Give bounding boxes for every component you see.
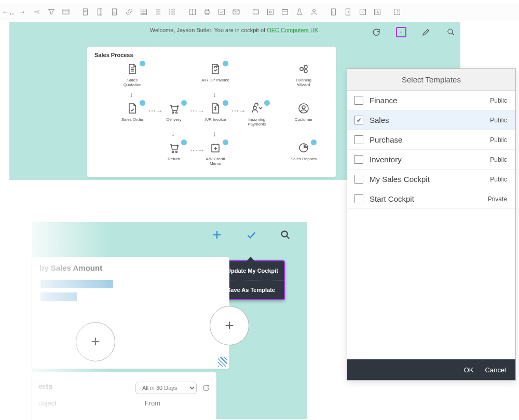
node-ar-invoice[interactable]: A/R Invoice	[198, 102, 233, 122]
alerts-card: erts All in 30 Days ubject From	[32, 372, 216, 420]
template-checkbox[interactable]	[354, 175, 363, 184]
flask-icon[interactable]	[294, 6, 305, 18]
sales-process-grid: Sales Quotation ↓ A/R DP Invoice ↓ Dunni…	[94, 61, 329, 170]
help-icon[interactable]	[391, 6, 403, 18]
node-incoming-payments[interactable]: Incoming Payments	[240, 102, 274, 127]
dialog-title: Select Templates	[347, 69, 515, 91]
ok-button[interactable]: OK	[464, 366, 474, 374]
import-icon[interactable]	[343, 6, 354, 18]
alerts-title: erts	[38, 382, 53, 390]
node-label: A/R Credit Memo	[198, 157, 233, 166]
resize-handle-icon[interactable]	[218, 357, 227, 367]
template-row[interactable]: My Sales CockpitPublic	[347, 170, 515, 189]
add-widget-button[interactable]: +	[210, 306, 249, 345]
template-name: Sales	[370, 116, 389, 124]
sales-amount-card: by Sales Amount + +	[32, 257, 229, 369]
template-row[interactable]: Start CockpitPrivate	[347, 189, 515, 209]
nav-back-icon[interactable]: ←‥	[2, 6, 13, 18]
svg-rect-4	[141, 9, 147, 15]
node-label: Delivery	[157, 117, 191, 122]
doc2-icon[interactable]	[94, 6, 106, 18]
tool1-icon[interactable]	[250, 6, 262, 18]
filter-icon[interactable]	[46, 6, 57, 18]
mail-icon[interactable]	[230, 6, 242, 18]
welcome-link[interactable]: OEC Computers UK	[267, 27, 318, 33]
template-checkbox[interactable]	[354, 96, 363, 105]
template-checkbox[interactable]	[354, 194, 363, 203]
calendar-icon[interactable]	[279, 6, 291, 18]
svg-point-35	[282, 231, 288, 237]
refresh-icon[interactable]	[371, 27, 381, 37]
template-name: Start Cockpit	[370, 194, 414, 203]
node-return[interactable]: Return	[157, 141, 191, 161]
template-visibility: Public	[490, 117, 507, 124]
invoice-icon	[208, 102, 223, 115]
search-icon[interactable]	[446, 27, 456, 37]
list2-icon[interactable]	[167, 6, 179, 18]
node-ar-dp-invoice[interactable]: A/R DP Invoice	[198, 62, 233, 82]
print-icon[interactable]	[201, 6, 213, 18]
svg-rect-12	[253, 10, 259, 14]
nav-branch-icon[interactable]	[31, 6, 43, 18]
document-icon	[125, 62, 140, 76]
node-delivery[interactable]: Delivery	[157, 102, 191, 122]
doc3-icon[interactable]	[109, 6, 120, 18]
svg-point-16	[312, 9, 315, 12]
template-row[interactable]: InventoryPublic	[347, 150, 515, 170]
node-customer[interactable]: Customer	[286, 102, 321, 122]
open-icon[interactable]	[357, 6, 368, 18]
template-checkbox[interactable]	[354, 155, 363, 164]
cancel-button[interactable]: Cancel	[485, 366, 506, 374]
add-icon[interactable]	[211, 229, 223, 241]
template-checkbox[interactable]: ✔	[354, 116, 363, 124]
layout-icon[interactable]	[187, 6, 198, 18]
node-dunning-wizard[interactable]: Dunning Wizard	[286, 62, 321, 87]
edit-icon[interactable]	[421, 27, 431, 37]
svg-point-22	[448, 29, 453, 34]
svg-point-14	[269, 11, 271, 13]
add-widget-button[interactable]: +	[76, 322, 115, 361]
user-icon[interactable]	[308, 6, 320, 18]
node-sales-quotation[interactable]: Sales Quotation	[115, 62, 149, 87]
popup-label: Update My Cockpit	[227, 268, 278, 274]
chart-icon[interactable]	[372, 6, 383, 18]
table-icon[interactable]	[138, 6, 149, 18]
node-label: Dunning Wizard	[286, 78, 321, 87]
sales-process-card: Sales Process Sales Quotation ↓ A/R DP I…	[87, 47, 336, 177]
refresh-icon[interactable]	[202, 384, 210, 392]
template-name: Finance	[370, 96, 397, 105]
doc1-icon[interactable]	[80, 6, 91, 18]
template-checkbox[interactable]	[354, 135, 363, 144]
svg-rect-10	[219, 9, 225, 15]
chart-bar	[40, 280, 113, 288]
confirm-icon[interactable]	[245, 229, 257, 241]
node-sales-order[interactable]: Sales Order	[115, 102, 149, 122]
arrow-down-icon: ↓	[213, 130, 216, 138]
alerts-filter-select[interactable]: All in 30 Days	[135, 382, 197, 394]
export-icon[interactable]	[328, 6, 339, 18]
dashboard-icon[interactable]	[60, 6, 72, 18]
node-label: A/R DP Invoice	[198, 78, 233, 82]
cockpit-lower-panel: Update My Cockpit Save As Template by Sa…	[32, 222, 307, 419]
template-visibility: Private	[488, 195, 507, 203]
node-ar-credit-memo[interactable]: A/R Credit Memo	[198, 141, 233, 166]
template-visibility: Public	[490, 176, 507, 183]
document-check-icon	[125, 102, 140, 115]
search-icon[interactable]	[280, 229, 291, 241]
compose-icon[interactable]	[216, 6, 227, 18]
svg-rect-3	[112, 9, 116, 15]
template-row[interactable]: ✔SalesPublic	[347, 110, 515, 130]
tool2-icon[interactable]	[265, 6, 276, 18]
node-label: Incoming Payments	[240, 117, 274, 127]
template-row[interactable]: PurchasePublic	[347, 130, 515, 150]
nav-forward-icon[interactable]: →	[17, 6, 28, 18]
list-icon[interactable]	[153, 6, 164, 18]
arrow-down-icon: ↓	[171, 130, 175, 138]
node-label: Sales Order	[115, 117, 149, 122]
template-row[interactable]: FinancePublic	[347, 91, 515, 110]
link-icon[interactable]	[124, 6, 135, 18]
node-sales-reports[interactable]: Sales Reports	[286, 141, 321, 161]
credit-memo-icon	[208, 141, 223, 155]
open-folder-icon[interactable]	[396, 27, 406, 37]
payments-icon	[250, 102, 264, 115]
